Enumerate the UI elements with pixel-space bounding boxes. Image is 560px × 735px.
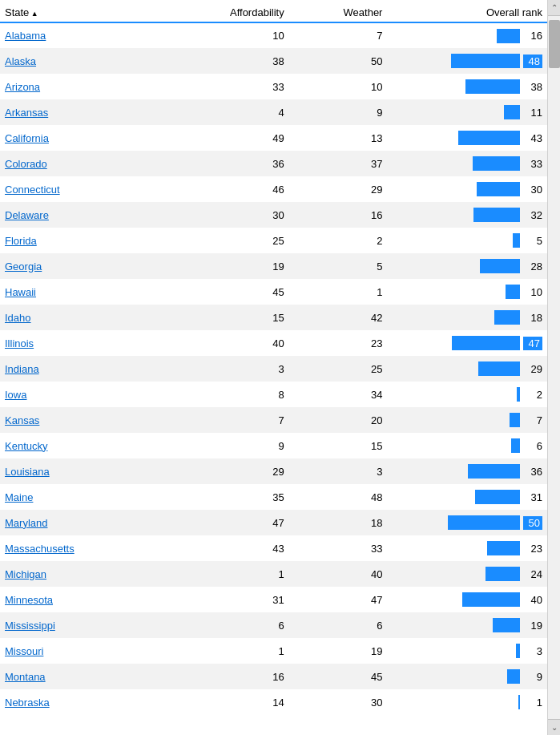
rank-bar (510, 413, 520, 427)
table-row: Kentucky9156 (0, 433, 547, 458)
overall-cell: 5 (387, 228, 547, 253)
state-cell[interactable]: Louisiana (0, 458, 191, 484)
table-content: State Affordability Weather Overall rank… (0, 0, 547, 715)
overall-value: 2 (523, 389, 542, 401)
weather-cell: 25 (289, 356, 388, 382)
state-cell[interactable]: Kentucky (0, 433, 191, 458)
weather-cell: 33 (289, 535, 388, 561)
overall-cell: 30 (387, 176, 547, 202)
rank-bar (497, 29, 520, 43)
overall-cell: 6 (387, 433, 547, 458)
scroll-up-button[interactable]: ⌃ (548, 0, 561, 16)
weather-cell: 5 (289, 253, 388, 279)
state-cell[interactable]: Hawaii (0, 279, 191, 305)
affordability-header[interactable]: Affordability (191, 0, 289, 22)
table-row: Delaware301632 (0, 202, 547, 228)
state-cell[interactable]: Illinois (0, 330, 191, 356)
scroll-down-button[interactable]: ⌄ (548, 719, 561, 735)
state-cell[interactable]: Missouri (0, 638, 191, 664)
affordability-cell: 35 (191, 484, 289, 510)
state-cell[interactable]: Colorado (0, 151, 191, 176)
rank-bar (511, 438, 520, 453)
scrollbar[interactable]: ⌃ ⌄ (547, 0, 560, 735)
weather-header[interactable]: Weather (289, 0, 388, 22)
table-body: Alabama10716Alaska385048Arizona331038Ark… (0, 22, 547, 715)
affordability-cell: 9 (191, 433, 289, 458)
table-row: Indiana32529 (0, 356, 547, 382)
weather-cell: 42 (289, 305, 388, 330)
rank-bar (478, 361, 520, 376)
rank-bar (506, 285, 520, 299)
overall-value: 28 (523, 260, 542, 273)
overall-cell: 38 (387, 74, 547, 99)
affordability-cell: 29 (191, 458, 289, 484)
state-cell[interactable]: Minnesota (0, 587, 191, 612)
overall-value: 18 (523, 312, 542, 324)
affordability-cell: 19 (191, 253, 289, 279)
state-cell[interactable]: Michigan (0, 561, 191, 587)
rank-bar (465, 79, 520, 94)
main-container: State Affordability Weather Overall rank… (0, 0, 560, 735)
overall-cell: 43 (387, 125, 547, 151)
affordability-cell: 47 (191, 510, 289, 535)
state-cell[interactable]: Idaho (0, 305, 191, 330)
overall-value: 10 (523, 286, 542, 298)
state-cell[interactable]: Alaska (0, 48, 191, 74)
state-cell[interactable]: California (0, 125, 191, 151)
weather-cell: 20 (289, 407, 388, 433)
weather-cell: 1 (289, 279, 388, 305)
scrollbar-track[interactable] (548, 16, 560, 735)
overall-cell: 16 (387, 22, 547, 48)
affordability-cell: 15 (191, 305, 289, 330)
state-cell[interactable]: Arizona (0, 74, 191, 99)
state-cell[interactable]: Alabama (0, 22, 191, 48)
state-cell[interactable]: Kansas (0, 407, 191, 433)
weather-cell: 9 (289, 99, 388, 125)
state-cell[interactable]: Georgia (0, 253, 191, 279)
affordability-cell: 1 (191, 561, 289, 587)
state-cell[interactable]: Montana (0, 664, 191, 689)
overall-cell: 11 (387, 99, 547, 125)
state-cell[interactable]: Arkansas (0, 99, 191, 125)
overall-value: 1 (523, 697, 542, 709)
affordability-cell: 10 (191, 22, 289, 48)
state-cell[interactable]: Massachusetts (0, 535, 191, 561)
table-row: Connecticut462930 (0, 176, 547, 202)
state-cell[interactable]: Florida (0, 228, 191, 253)
scrollbar-thumb[interactable] (549, 20, 560, 68)
rank-bar (480, 259, 520, 273)
affordability-cell: 25 (191, 228, 289, 253)
overall-value: 30 (523, 184, 542, 196)
table-row: Idaho154218 (0, 305, 547, 330)
affordability-cell: 33 (191, 74, 289, 99)
rank-bar (516, 644, 520, 658)
rank-bar (448, 515, 520, 530)
rank-bar (458, 131, 520, 145)
table-row: Montana16459 (0, 664, 547, 689)
weather-cell: 18 (289, 510, 388, 535)
weather-cell: 48 (289, 484, 388, 510)
rank-bar (504, 105, 520, 119)
overall-cell: 3 (387, 638, 547, 664)
state-cell[interactable]: Iowa (0, 382, 191, 407)
state-cell[interactable]: Maine (0, 484, 191, 510)
state-cell[interactable]: Maryland (0, 510, 191, 535)
overall-cell: 23 (387, 535, 547, 561)
table-row: Kansas7207 (0, 407, 547, 433)
affordability-cell: 40 (191, 330, 289, 356)
state-cell[interactable]: Mississippi (0, 612, 191, 638)
state-cell[interactable]: Connecticut (0, 176, 191, 202)
state-cell[interactable]: Nebraska (0, 689, 191, 715)
rank-bar (468, 464, 520, 479)
data-table: State Affordability Weather Overall rank… (0, 0, 547, 715)
state-cell[interactable]: Delaware (0, 202, 191, 228)
header-row: State Affordability Weather Overall rank (0, 0, 547, 22)
state-cell[interactable]: Indiana (0, 356, 191, 382)
affordability-cell: 1 (191, 638, 289, 664)
state-header[interactable]: State (0, 0, 191, 22)
overall-header[interactable]: Overall rank (387, 0, 547, 22)
rank-bar (518, 695, 520, 709)
weather-cell: 50 (289, 48, 388, 74)
overall-value: 23 (523, 543, 542, 555)
rank-bar (452, 336, 520, 350)
